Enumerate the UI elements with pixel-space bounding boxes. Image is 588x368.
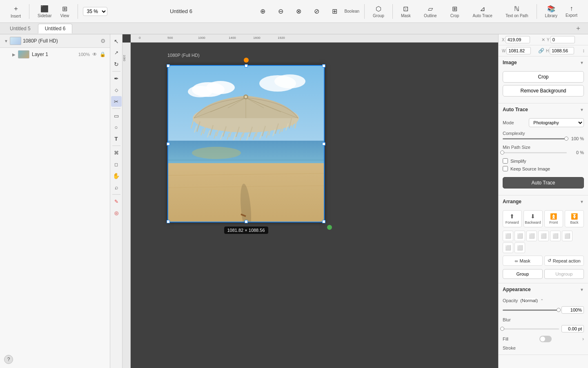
align-top-button[interactable]: ⬜ [538,231,549,241]
tab-add-button[interactable]: ＋ [572,24,585,33]
sidebar-button[interactable]: ⬛ Sidebar [34,3,55,20]
image-header[interactable]: Image ▼ [499,56,588,69]
crop-button[interactable]: Crop [503,71,584,83]
y-input[interactable] [550,36,575,43]
tool-spiral[interactable]: ◎ [111,208,122,218]
back-button[interactable]: ⏬ Back [565,210,584,227]
layer-1-item[interactable]: ▶ Layer 1 100% 👁 🔒 [0,48,110,61]
align-left-button[interactable]: ⬜ [503,231,513,241]
forward-button[interactable]: ⬆ Forward [503,210,522,227]
group-toolbar-button[interactable]: ⬡ Group [370,3,388,20]
appearance-header[interactable]: Appearance ▼ [499,283,588,296]
tool-node[interactable]: ◇ [111,85,122,95]
outline-toolbar-button[interactable]: ▱ Outline [421,3,440,20]
layer-lock-icon[interactable]: 🔒 [100,52,106,57]
tool-direct-select[interactable]: ↗ [111,47,122,58]
min-path-thumb[interactable] [500,150,504,155]
x-input[interactable] [506,36,530,43]
blur-thumb[interactable] [500,327,504,331]
boolean-difference-button[interactable]: ⊘ [308,6,325,17]
h-suffix: ↕ [582,48,585,54]
min-path-track[interactable] [503,152,567,153]
auto-trace-toolbar-button[interactable]: ⊿ Auto Trace [470,3,496,20]
auto-trace-button[interactable]: Auto Trace [503,177,584,188]
tool-color-pencil[interactable]: ✎ [111,196,122,207]
mask-toolbar-button[interactable]: ⊡ Mask [398,3,414,20]
crop-toolbar-button[interactable]: ⊞ Crop [447,3,463,20]
mode-select[interactable]: Photography Black & White Color [529,118,584,127]
tool-pen[interactable]: ✒ [111,73,122,84]
keep-source-label: Keep Source Image [510,166,550,171]
align-center-v-button[interactable]: ⬜ [550,231,561,241]
blur-input[interactable] [561,325,584,332]
library-button[interactable]: 📚 Library [542,3,561,20]
align-bottom-button[interactable]: ⬜ [562,231,572,241]
align-right-button[interactable]: ⬜ [526,231,537,241]
boolean-subtract-button[interactable]: ⊖ [272,6,289,17]
group-toolbar-icon: ⬡ [376,5,381,13]
export-button[interactable]: ↑ Export [562,3,581,19]
opacity-mode[interactable]: (Normal) [520,298,538,303]
boolean-unite-button[interactable]: ⊕ [254,6,271,17]
appearance-section: Appearance ▼ Opacity (Normal) ⌃ [499,283,588,355]
repeat-action-button[interactable]: ↺ Repeat action [544,256,584,266]
tool-rect[interactable]: ▭ [111,110,122,121]
tool-text[interactable]: T [111,133,122,144]
tool-hand[interactable]: ✋ [111,171,122,181]
tool-sep-4 [112,194,120,195]
layer-visibility-icon[interactable]: 👁 [92,52,97,57]
text-on-path-toolbar-group: ℕ Text on Path [499,3,535,20]
opacity-mode-arrow[interactable]: ⌃ [540,298,543,303]
view-group: ⬛ Sidebar ⊞ View [31,3,76,20]
fill-toggle[interactable] [539,336,552,342]
tool-zoom[interactable]: ⌕ [111,182,122,193]
text-on-path-button[interactable]: ℕ Text on Path [502,3,532,20]
simplify-checkbox[interactable] [503,158,508,164]
tool-select[interactable]: ↖ [111,36,122,47]
auto-trace-header[interactable]: Auto Trace ▼ [499,103,588,116]
artboard[interactable]: 1081.82 × 1088.56 [167,65,325,222]
complexity-thumb[interactable] [564,137,568,141]
scale-handle[interactable] [327,225,332,230]
mask-button[interactable]: ∞ Mask [503,256,543,266]
insert-button[interactable]: ＋ Insert [7,3,24,20]
arrange-body: ⬆ Forward ⬇ Backward ⏫ Front ⏬ Back [499,208,588,283]
zoom-select[interactable]: 35 % 50 % 100 % [83,7,107,16]
keep-source-checkbox[interactable] [503,166,508,171]
stroke-label: Stroke [503,346,516,350]
opacity-track[interactable] [503,310,559,311]
opacity-thumb[interactable] [557,308,561,312]
complexity-track[interactable] [503,138,567,139]
tool-knife[interactable]: ⌘ [111,148,122,158]
fill-expand-icon[interactable]: › [582,336,584,342]
lock-ratio-icon[interactable]: 🔗 [538,48,544,54]
tab-untitled6[interactable]: Untitled 6 [38,24,73,34]
ungroup-button[interactable]: Ungroup [544,269,584,279]
tab-untitled5[interactable]: Untitled 5 [3,24,37,33]
document-settings-icon[interactable]: ⚙ [100,38,106,44]
view-button[interactable]: ⊞ View [56,3,73,20]
boolean-join-button[interactable]: ⊞ [326,6,343,17]
boolean-intersect-button[interactable]: ⊗ [290,6,307,17]
layer-expand-arrow[interactable]: ▶ [12,52,16,57]
tool-oval[interactable]: ○ [111,122,122,132]
canvas-area[interactable]: 0 500 1000 1400 1600 1920 1080 1080P (Fu… [122,34,498,368]
blur-track[interactable] [503,328,559,330]
rotation-handle[interactable] [244,58,249,63]
arrange-header[interactable]: Arrange ▼ [499,195,588,208]
tool-eraser[interactable]: ◻ [111,159,122,170]
group-button[interactable]: Group [503,269,543,279]
dist-v-button[interactable]: ⬜ [514,242,525,253]
w-input[interactable] [506,47,531,54]
front-button[interactable]: ⏫ Front [544,210,564,227]
opacity-input[interactable] [561,306,584,314]
remove-bg-button[interactable]: Remove Background [503,85,584,96]
align-center-h-button[interactable]: ⬜ [514,231,525,241]
tool-scissors[interactable]: ✂ [111,96,122,107]
tool-rotate[interactable]: ↻ [111,59,122,70]
backward-button[interactable]: ⬇ Backward [523,210,543,227]
dist-h-button[interactable]: ⬜ [503,242,513,253]
h-input[interactable] [550,47,574,54]
document-expand-arrow[interactable]: ▼ [4,39,8,43]
help-button[interactable]: ? [4,355,13,364]
